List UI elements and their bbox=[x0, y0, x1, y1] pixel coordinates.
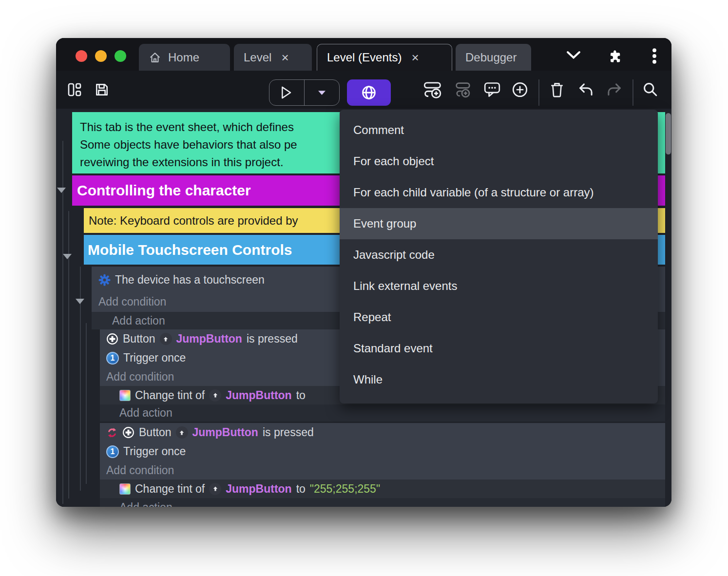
action-text: to bbox=[296, 389, 306, 402]
layout-panels-icon bbox=[67, 82, 82, 97]
behavior-name: Button bbox=[123, 332, 155, 346]
add-action-link[interactable]: Add action bbox=[100, 498, 665, 507]
play-preview-button[interactable] bbox=[269, 80, 304, 105]
menu-item-for-each-object[interactable]: For each object bbox=[340, 146, 658, 177]
tint-color-icon bbox=[119, 483, 131, 495]
collapse-arrow-icon[interactable] bbox=[76, 299, 84, 304]
collapse-arrow-icon[interactable] bbox=[57, 188, 66, 193]
tint-color-icon bbox=[119, 390, 131, 401]
gdevelop-window: Home Level × Level (Events) × Debugger bbox=[56, 38, 671, 507]
note-text: Note: Keyboard controls are provided by bbox=[89, 214, 298, 228]
object-name: JumpButton bbox=[192, 426, 258, 439]
toggle-panels-button[interactable] bbox=[64, 81, 85, 98]
add-subevent-button[interactable] bbox=[452, 81, 474, 98]
condition-text: Trigger once bbox=[123, 445, 186, 458]
condition-row[interactable]: 1 Trigger once bbox=[100, 442, 665, 461]
menu-item-while[interactable]: While bbox=[340, 364, 658, 395]
condition-predicate: is pressed bbox=[263, 426, 314, 439]
object-up-arrow-icon bbox=[160, 333, 172, 345]
menu-item-event-group[interactable]: Event group bbox=[340, 208, 658, 239]
tab-level[interactable]: Level × bbox=[234, 44, 312, 71]
add-event-context-menu: Comment For each object For each child v… bbox=[340, 110, 658, 403]
trash-icon bbox=[549, 81, 565, 98]
network-preview-button[interactable] bbox=[347, 79, 391, 106]
close-window-button[interactable] bbox=[76, 50, 87, 62]
tab-debugger[interactable]: Debugger bbox=[456, 44, 531, 71]
menu-item-for-each-child-variable[interactable]: For each child variable (of a structure … bbox=[340, 177, 658, 208]
tab-level-events[interactable]: Level (Events) × bbox=[317, 44, 452, 71]
play-icon bbox=[281, 86, 292, 99]
action-row[interactable]: Change tint of JumpButton to "255;255;25… bbox=[100, 480, 665, 498]
zoom-window-button[interactable] bbox=[115, 50, 126, 62]
minimize-window-button[interactable] bbox=[95, 50, 107, 62]
menu-item-repeat[interactable]: Repeat bbox=[340, 302, 658, 333]
tree-guide-line bbox=[62, 141, 63, 504]
object-up-arrow-icon bbox=[209, 389, 221, 402]
action-text: Change tint of bbox=[135, 389, 205, 402]
action-text: to bbox=[296, 482, 306, 496]
preview-button-group bbox=[269, 79, 340, 106]
behavior-name: Button bbox=[139, 426, 172, 439]
action-text: Change tint of bbox=[135, 482, 205, 496]
toolbar bbox=[56, 71, 671, 109]
trigger-once-icon: 1 bbox=[106, 445, 119, 458]
tab-label: Level bbox=[244, 51, 271, 64]
trigger-once-icon: 1 bbox=[106, 352, 119, 365]
condition-predicate: is pressed bbox=[247, 332, 298, 346]
kebab-menu-icon[interactable] bbox=[651, 48, 657, 64]
undo-arrow-icon bbox=[578, 82, 594, 97]
menu-item-standard-event[interactable]: Standard event bbox=[340, 333, 658, 364]
delete-button[interactable] bbox=[546, 81, 568, 98]
titlebar: Home Level × Level (Events) × Debugger bbox=[56, 38, 671, 71]
object-name: JumpButton bbox=[226, 482, 291, 496]
preview-options-button[interactable] bbox=[305, 80, 339, 105]
desktop: Home Level × Level (Events) × Debugger bbox=[0, 0, 728, 576]
gear-icon bbox=[98, 274, 111, 286]
chevron-down-icon[interactable] bbox=[566, 51, 581, 59]
tab-label: Debugger bbox=[465, 51, 517, 64]
collapse-arrow-icon[interactable] bbox=[63, 254, 72, 259]
add-subevent-icon bbox=[454, 81, 472, 98]
tab-label: Home bbox=[168, 51, 199, 64]
undo-button[interactable] bbox=[575, 81, 597, 98]
tab-home[interactable]: Home bbox=[139, 44, 230, 71]
search-button[interactable] bbox=[640, 81, 661, 98]
event-jumpbutton-2[interactable]: Button JumpButton is pressed 1 Trigger o… bbox=[100, 423, 665, 507]
save-button[interactable] bbox=[91, 81, 113, 98]
close-tab-icon[interactable]: × bbox=[281, 51, 288, 64]
vertical-scrollbar-thumb[interactable] bbox=[666, 113, 671, 154]
save-floppy-icon bbox=[94, 82, 110, 97]
add-action-link[interactable]: Add action bbox=[100, 404, 665, 422]
caret-down-icon bbox=[318, 91, 326, 95]
menu-item-comment[interactable]: Comment bbox=[340, 115, 658, 146]
invert-condition-icon bbox=[106, 427, 118, 439]
close-tab-icon[interactable]: × bbox=[411, 51, 419, 64]
tab-label: Level (Events) bbox=[327, 51, 402, 64]
add-condition-link[interactable]: Add condition bbox=[100, 461, 665, 480]
condition-text: The device has a touchscreen bbox=[115, 273, 265, 287]
extensions-puzzle-icon[interactable] bbox=[608, 49, 623, 63]
gamepad-button-icon bbox=[106, 333, 118, 345]
globe-icon bbox=[361, 84, 377, 101]
tree-guide-line bbox=[86, 323, 87, 484]
add-event-icon bbox=[423, 81, 442, 98]
add-event-button[interactable] bbox=[422, 81, 443, 98]
condition-text: Trigger once bbox=[123, 351, 186, 365]
gamepad-button-icon bbox=[122, 426, 134, 439]
object-up-arrow-icon bbox=[176, 426, 188, 439]
home-icon bbox=[149, 51, 161, 64]
group-title: Controlling the character bbox=[77, 182, 251, 199]
add-circle-button[interactable] bbox=[509, 81, 531, 98]
redo-button[interactable] bbox=[603, 81, 625, 98]
search-icon bbox=[642, 81, 659, 98]
add-comment-button[interactable] bbox=[481, 81, 503, 98]
condition-row[interactable]: Button JumpButton is pressed bbox=[100, 423, 665, 442]
tint-value: "255;255;255" bbox=[310, 482, 380, 496]
comment-bubble-icon bbox=[483, 81, 501, 98]
group-title: Mobile Touchscreen Controls bbox=[88, 242, 292, 258]
menu-item-link-external-events[interactable]: Link external events bbox=[340, 270, 658, 302]
object-up-arrow-icon bbox=[209, 483, 221, 495]
plus-circle-icon bbox=[512, 81, 528, 98]
menu-item-javascript-code[interactable]: Javascript code bbox=[340, 239, 658, 270]
object-name: JumpButton bbox=[226, 389, 291, 402]
